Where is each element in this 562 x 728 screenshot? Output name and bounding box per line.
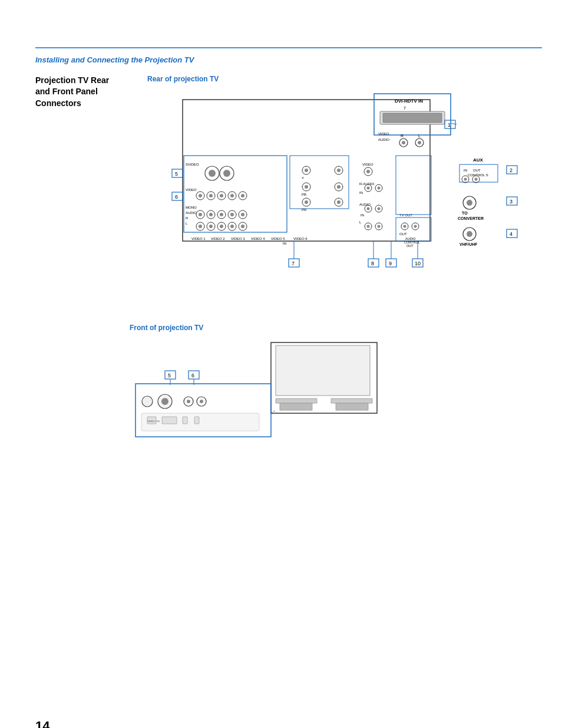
svg-text:PB: PB <box>302 193 306 196</box>
svg-text:CONVERTER: CONVERTER <box>458 216 484 220</box>
svg-point-119 <box>378 225 381 228</box>
svg-rect-153 <box>331 398 372 403</box>
svg-text:R: R <box>186 216 189 220</box>
page-container: Installing and Connecting the Projection… <box>0 47 562 728</box>
svg-text:AUDIO: AUDIO <box>359 203 371 206</box>
svg-text:IN: IN <box>359 191 363 195</box>
svg-point-168 <box>200 400 203 403</box>
svg-text:OUT: OUT <box>473 169 481 172</box>
page-number: 14 <box>35 719 49 728</box>
svg-point-102 <box>366 170 370 173</box>
svg-text:8: 8 <box>371 261 374 266</box>
panel-heading: Projection TV Rear and Front Panel Conne… <box>35 75 147 110</box>
svg-point-51 <box>209 194 213 197</box>
svg-point-166 <box>187 400 190 403</box>
svg-point-106 <box>367 186 370 189</box>
svg-point-89 <box>305 185 308 189</box>
svg-point-99 <box>337 200 340 204</box>
svg-text:7: 7 <box>404 106 406 110</box>
right-panel: Rear of projection TV DVI-HDTV IN 7 VIDE… <box>147 75 548 306</box>
svg-point-57 <box>241 194 244 197</box>
svg-text:PR: PR <box>302 208 307 212</box>
svg-rect-5 <box>383 113 442 123</box>
svg-rect-151 <box>276 345 370 396</box>
svg-text:Y: Y <box>302 176 304 180</box>
svg-point-42 <box>209 170 216 177</box>
svg-text:VIDEO 4: VIDEO 4 <box>251 237 265 241</box>
front-diagram: 5 6 <box>130 337 401 460</box>
svg-text:OUT: OUT <box>406 244 414 248</box>
svg-point-13 <box>418 141 421 144</box>
svg-text:9: 9 <box>389 261 392 266</box>
svg-text:VIDEO: VIDEO <box>378 132 389 136</box>
front-diagram-label: Front of projection TV <box>130 324 562 332</box>
svg-rect-172 <box>162 417 177 424</box>
svg-text:7: 7 <box>292 261 295 266</box>
svg-point-44 <box>223 170 230 177</box>
svg-text:VIDEO: VIDEO <box>186 188 197 192</box>
svg-text:4: 4 <box>510 231 513 237</box>
svg-text:VHF/UHF: VHF/UHF <box>459 242 478 246</box>
svg-point-113 <box>378 207 381 210</box>
svg-rect-152 <box>276 398 317 403</box>
svg-point-75 <box>199 225 202 228</box>
svg-rect-154 <box>280 403 312 410</box>
svg-rect-39 <box>184 156 287 232</box>
svg-text:VIDEO 2: VIDEO 2 <box>211 237 225 241</box>
svg-text:AUDIO: AUDIO <box>186 211 197 215</box>
svg-point-117 <box>367 225 370 228</box>
svg-point-53 <box>220 194 223 197</box>
svg-text:L: L <box>186 222 188 225</box>
svg-point-86 <box>305 169 308 172</box>
svg-text:VIDEO 1: VIDEO 1 <box>191 237 206 241</box>
svg-point-111 <box>367 207 370 210</box>
svg-text:R: R <box>401 134 404 138</box>
svg-text:10: 10 <box>415 261 421 266</box>
svg-point-65 <box>199 213 202 216</box>
svg-point-73 <box>241 213 244 216</box>
svg-text:6: 6 <box>191 373 194 378</box>
svg-text:MONO: MONO <box>186 206 197 209</box>
svg-point-23 <box>464 177 467 180</box>
svg-point-81 <box>230 225 234 228</box>
svg-rect-84 <box>290 156 349 209</box>
svg-text:VIDEO 6: VIDEO 6 <box>293 237 308 241</box>
svg-text:IN: IN <box>361 213 364 217</box>
svg-text:R-AUDIO: R-AUDIO <box>359 182 375 186</box>
svg-point-35 <box>467 231 472 237</box>
svg-point-25 <box>475 177 478 180</box>
svg-text:TO: TO <box>462 211 468 215</box>
svg-point-49 <box>199 194 202 197</box>
left-panel: Projection TV Rear and Front Panel Conne… <box>35 75 147 306</box>
svg-rect-174 <box>194 417 199 424</box>
svg-text:OUT: OUT <box>399 232 407 236</box>
svg-point-97 <box>337 185 340 189</box>
svg-point-55 <box>230 194 234 197</box>
svg-point-169 <box>142 396 153 407</box>
svg-point-71 <box>230 213 234 216</box>
svg-point-164 <box>161 398 168 405</box>
svg-point-11 <box>402 141 405 144</box>
svg-text:DVI-HDTV IN: DVI-HDTV IN <box>395 98 423 104</box>
svg-point-130 <box>404 225 406 228</box>
svg-text:IN: IN <box>464 169 467 172</box>
svg-point-132 <box>414 225 417 228</box>
svg-text:VIDEO 5: VIDEO 5 <box>271 237 285 241</box>
svg-point-108 <box>378 186 381 189</box>
svg-rect-155 <box>336 403 368 410</box>
svg-point-67 <box>209 213 213 216</box>
svg-point-83 <box>241 225 244 228</box>
rear-diagram-label: Rear of projection TV <box>147 75 548 83</box>
svg-rect-134 <box>396 156 431 215</box>
svg-text:1: 1 <box>448 122 451 128</box>
content-area: Projection TV Rear and Front Panel Conne… <box>35 75 538 306</box>
svg-text:TV OUT: TV OUT <box>399 213 412 217</box>
svg-point-29 <box>467 200 472 206</box>
svg-point-77 <box>209 225 213 228</box>
svg-text:VIDEO 2 IN: VIDEO 2 IN <box>147 420 160 423</box>
svg-text:L: L <box>418 134 421 138</box>
svg-text:VIDEO: VIDEO <box>362 163 373 166</box>
svg-text:5: 5 <box>168 373 171 378</box>
svg-point-95 <box>337 169 340 172</box>
svg-point-69 <box>220 213 223 216</box>
